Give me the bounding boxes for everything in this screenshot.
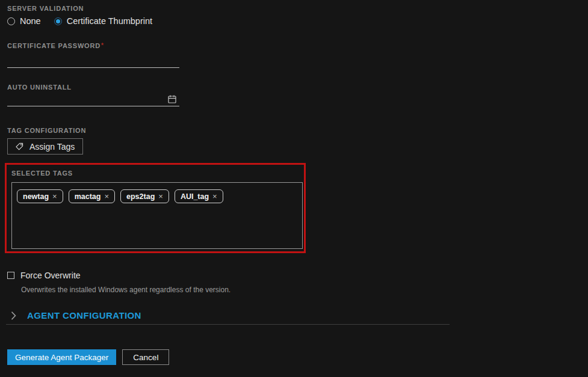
auto-uninstall-label: AUTO UNINSTALL [7,84,588,91]
tag-chip-label: newtag [23,192,49,201]
force-overwrite-description: Overwrites the installed Windows agent r… [21,286,588,294]
tag-chip: eps2tag × [120,189,169,203]
remove-tag-icon[interactable]: × [52,192,57,200]
calendar-icon[interactable] [167,94,177,104]
cancel-button[interactable]: Cancel [122,349,169,365]
selected-tags-label: SELECTED TAGS [11,170,300,177]
server-validation-label: SERVER VALIDATION [7,5,588,12]
agent-configuration-label[interactable]: AGENT CONFIGURATION [27,310,141,320]
tag-icon [14,142,24,152]
required-asterisk: * [101,42,104,49]
remove-tag-icon[interactable]: × [104,192,109,200]
force-overwrite-checkbox[interactable] [7,272,14,279]
radio-certificate-thumbprint-control[interactable] [54,17,62,25]
generate-agent-packager-button[interactable]: Generate Agent Packager [7,349,116,365]
certificate-password-label: CERTIFICATE PASSWORD* [7,42,588,49]
remove-tag-icon[interactable]: × [212,192,217,200]
auto-uninstall-input[interactable] [7,91,179,106]
selected-tags-highlight: SELECTED TAGS newtag × mactag × eps2tag … [5,163,306,253]
footer-actions: Generate Agent Packager Cancel [7,349,588,365]
force-overwrite-label[interactable]: Force Overwrite [20,271,81,280]
auto-uninstall-field-wrap [7,91,179,106]
certificate-password-label-text: CERTIFICATE PASSWORD [7,42,101,49]
tag-configuration-label: TAG CONFIGURATION [7,127,588,134]
agent-configuration-toggle[interactable]: AGENT CONFIGURATION [10,310,588,320]
tag-chip: mactag × [69,189,115,203]
agent-packager-form: SERVER VALIDATION None Certificate Thumb… [0,0,588,377]
tag-chip-label: mactag [75,192,101,201]
selected-tags-box[interactable]: newtag × mactag × eps2tag × AUI_tag × [11,182,303,249]
radio-none-control[interactable] [7,17,15,25]
certificate-password-field-wrap [7,49,179,68]
tag-chip-label: AUI_tag [181,192,209,201]
force-overwrite-row: Force Overwrite [7,271,588,280]
server-validation-options: None Certificate Thumbprint [7,16,588,26]
certificate-password-input[interactable] [7,49,179,68]
tag-chip: newtag × [17,189,63,203]
assign-tags-button-label: Assign Tags [29,142,75,152]
assign-tags-button[interactable]: Assign Tags [7,138,83,155]
radio-none-label: None [20,16,41,26]
tag-chip-label: eps2tag [126,192,155,201]
radio-certificate-thumbprint-label: Certificate Thumbprint [67,16,152,26]
radio-option-none[interactable]: None [7,16,41,26]
remove-tag-icon[interactable]: × [158,192,163,200]
chevron-right-icon[interactable] [10,310,17,321]
radio-option-certificate-thumbprint[interactable]: Certificate Thumbprint [54,16,152,26]
section-divider [6,324,450,325]
tag-chip: AUI_tag × [175,189,223,203]
